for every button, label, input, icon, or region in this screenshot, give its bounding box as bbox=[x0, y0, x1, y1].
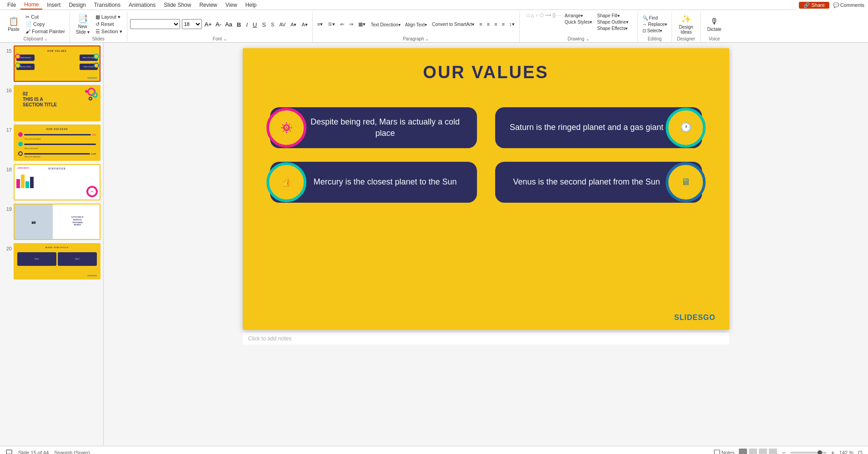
menu-insert[interactable]: Insert bbox=[43, 1, 64, 9]
slide-canvas[interactable]: OUR VALUES bbox=[243, 48, 729, 330]
status-bar: Slide 15 of 44 Spanish (Spain) Notes − +… bbox=[0, 446, 868, 454]
align-text-button[interactable]: Align Text▾ bbox=[403, 22, 429, 28]
slide-preview-15[interactable]: OUR VALUES Despite being red Saturn is t… bbox=[14, 45, 100, 82]
align-right[interactable]: ≡ bbox=[492, 21, 499, 28]
status-right: Notes − + 142 % ⊡ bbox=[714, 449, 863, 454]
slide-thumb-15[interactable]: 15 OUR VALUES Despite being red Saturn i… bbox=[0, 45, 103, 83]
clear-format-button[interactable]: Aa bbox=[224, 20, 233, 29]
svg-rect-6 bbox=[714, 450, 720, 454]
convert-smartart-button[interactable]: Convert to SmartArt▾ bbox=[430, 21, 476, 27]
main-editing-area: OUR VALUES bbox=[104, 43, 868, 446]
clipboard-label: Clipboard ⌄ bbox=[5, 36, 67, 41]
language-indicator[interactable]: Spanish (Spain) bbox=[54, 450, 90, 454]
paragraph-label: Paragraph ⌄ bbox=[316, 36, 517, 41]
slide-title: OUR VALUES bbox=[243, 63, 729, 82]
copy-button[interactable]: 📄 Copy bbox=[24, 21, 67, 28]
slide-preview-17[interactable]: OUR SUCCESS 35% Venus is the closest pla… bbox=[14, 125, 100, 161]
shadow-button[interactable]: S bbox=[269, 21, 276, 29]
value-item-saturn[interactable]: Saturn is the ringed planet and a gas gi… bbox=[495, 107, 702, 148]
format-painter-button[interactable]: 🖌 Format Painter bbox=[24, 28, 67, 35]
share-button[interactable]: 🔗 Share bbox=[799, 2, 829, 9]
font-size-select[interactable]: 18 bbox=[182, 19, 202, 29]
zoom-level[interactable]: 142 % bbox=[839, 450, 853, 454]
bold-button[interactable]: B bbox=[235, 21, 243, 29]
align-left[interactable]: ≡ bbox=[477, 21, 484, 28]
strikethrough-button[interactable]: S bbox=[260, 21, 268, 29]
replace-button[interactable]: ↔ Replace▾ bbox=[641, 21, 669, 27]
value-item-mercury[interactable]: 👍 Mercury is the closest planet to the S… bbox=[270, 162, 477, 203]
menu-help[interactable]: Help bbox=[242, 1, 261, 9]
value-item-venus[interactable]: Venus is the second planet from the Sun … bbox=[495, 162, 702, 203]
menu-file[interactable]: File bbox=[4, 1, 20, 9]
zoom-slider[interactable] bbox=[790, 452, 827, 454]
slide-panel: 15 OUR VALUES Despite being red Saturn i… bbox=[0, 43, 104, 446]
slide-thumb-16[interactable]: 16 02THIS IS ASECTION TITLE bbox=[0, 84, 103, 122]
slide-thumb-17[interactable]: 17 OUR SUCCESS 35% Venus is the closest … bbox=[0, 124, 103, 162]
increase-font-button[interactable]: A+ bbox=[204, 20, 213, 29]
slide-preview-16[interactable]: 02THIS IS ASECTION TITLE bbox=[14, 85, 100, 121]
layout-button[interactable]: ▦ Layout ▾ bbox=[94, 14, 124, 20]
char-spacing-button[interactable]: AV bbox=[277, 21, 287, 29]
menu-review[interactable]: Review bbox=[196, 1, 221, 9]
editing-label: Editing bbox=[641, 36, 669, 41]
design-ideas-button[interactable]: ✨ DesignIdeas bbox=[675, 13, 697, 35]
normal-view-button[interactable] bbox=[739, 449, 747, 454]
slide-thumb-19[interactable]: 19 📷 A PICTURE ISWORTH ATHOUSANDWORDS bbox=[0, 203, 103, 241]
dictate-button[interactable]: 🎙 Dictate bbox=[705, 16, 723, 33]
select-button[interactable]: ⊡ Select▾ bbox=[641, 28, 669, 34]
font-family-select[interactable] bbox=[130, 19, 180, 29]
zoom-out-button[interactable]: − bbox=[782, 449, 785, 454]
shape-effects-button[interactable]: Shape Effects▾ bbox=[595, 25, 630, 31]
menu-design[interactable]: Design bbox=[65, 1, 89, 9]
value-item-mars[interactable]: ⚙ Despite being red, Mars is actually a … bbox=[270, 107, 477, 148]
section-button[interactable]: ☰ Section ▾ bbox=[94, 28, 124, 35]
slide-preview-19[interactable]: 📷 A PICTURE ISWORTH ATHOUSANDWORDS bbox=[14, 204, 100, 240]
comments-button[interactable]: 💬 Comments bbox=[833, 2, 864, 8]
shape-outline-button[interactable]: Shape Outline▾ bbox=[595, 19, 630, 25]
bullets-button[interactable]: ≡▾ bbox=[316, 21, 325, 28]
slidesgo-branding: SLIDESGO bbox=[674, 314, 716, 322]
slide-info: Slide 15 of 44 bbox=[18, 450, 49, 454]
slide-preview-20[interactable]: MORE STATISTICS Stats 1 Stats 2 SLIDESGO bbox=[14, 243, 100, 279]
reading-view-button[interactable] bbox=[759, 449, 767, 454]
shape-fill-button[interactable]: Shape Fill▾ bbox=[595, 13, 630, 19]
menu-view[interactable]: View bbox=[222, 1, 241, 9]
reset-button[interactable]: ↺ Reset bbox=[94, 21, 124, 28]
zoom-in-button[interactable]: + bbox=[831, 449, 835, 454]
paste-button[interactable]: 📋 Paste bbox=[5, 15, 23, 33]
menu-slideshow[interactable]: Slide Show bbox=[160, 1, 195, 9]
slide-thumb-18[interactable]: 18 STATISTICS LANGUAGES 42% bbox=[0, 163, 103, 201]
svg-text:👍: 👍 bbox=[281, 176, 292, 187]
quick-styles-button[interactable]: Quick Styles▾ bbox=[563, 19, 594, 25]
arrange-button[interactable]: Arrange▾ bbox=[563, 13, 594, 19]
fit-slide-button[interactable]: ⊡ bbox=[858, 449, 863, 454]
columns-button[interactable]: ▦▾ bbox=[356, 21, 367, 28]
notes-button[interactable]: Notes bbox=[714, 449, 735, 454]
line-spacing[interactable]: ↕▾ bbox=[507, 21, 517, 28]
find-button[interactable]: 🔍 Find bbox=[641, 15, 669, 21]
indent-decrease[interactable]: ⇐ bbox=[338, 21, 346, 28]
menu-animations[interactable]: Animations bbox=[125, 1, 159, 9]
underline-button[interactable]: U bbox=[251, 21, 259, 29]
indent-increase[interactable]: ⇒ bbox=[347, 21, 355, 28]
numbering-button[interactable]: ①▾ bbox=[326, 21, 337, 28]
highlight-button[interactable]: A▾ bbox=[300, 21, 309, 29]
font-color-button[interactable]: A▾ bbox=[289, 21, 298, 29]
new-slide-button[interactable]: 📑 New Slide ▾ bbox=[73, 13, 93, 35]
decrease-font-button[interactable]: A- bbox=[215, 20, 222, 29]
ribbon-group-drawing: □ △ ○ ⬡ ⟶ {} ⋯ Arrange▾ Quick Styles▾ Sh… bbox=[520, 12, 638, 42]
slide-sorter-button[interactable] bbox=[749, 449, 757, 454]
cut-button[interactable]: ✂ Cut bbox=[24, 14, 67, 20]
italic-button[interactable]: I bbox=[244, 21, 250, 29]
menu-transitions[interactable]: Transitions bbox=[90, 1, 124, 9]
text-direction-button[interactable]: Text Direction▾ bbox=[369, 22, 402, 28]
menu-home[interactable]: Home bbox=[20, 0, 42, 10]
justify[interactable]: ≡ bbox=[500, 21, 507, 28]
align-center[interactable]: ≡ bbox=[485, 21, 492, 28]
slide-thumb-20[interactable]: 20 MORE STATISTICS Stats 1 Stats 2 SLIDE… bbox=[0, 242, 103, 280]
slide-preview-18[interactable]: STATISTICS LANGUAGES 42% bbox=[14, 164, 100, 200]
values-grid: ⚙ Despite being red, Mars is actually a … bbox=[270, 107, 702, 203]
presenter-view-button[interactable] bbox=[769, 449, 777, 454]
ribbon: 📋 Paste ✂ Cut 📄 Copy 🖌 Format Painter Cl… bbox=[0, 10, 868, 43]
notes-area[interactable]: Click to add notes bbox=[243, 332, 729, 344]
